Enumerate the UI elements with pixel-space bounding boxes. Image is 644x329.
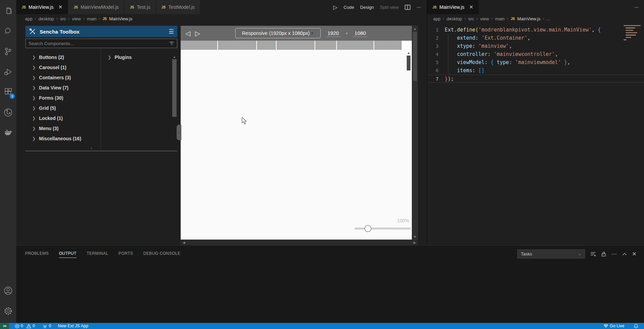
code-line[interactable]: 2 extend: 'Ext.Container', — [427, 34, 644, 42]
breadcrumb-item[interactable]: view — [72, 16, 81, 21]
design-horizontal-scrollbar[interactable]: ◀ ▶ — [181, 240, 418, 245]
design-view-button[interactable]: Design — [360, 5, 374, 10]
close-panel-icon[interactable]: ✕ — [632, 251, 637, 257]
more-actions-icon[interactable]: ⋯ — [634, 5, 639, 10]
zoom-slider-handle[interactable] — [364, 225, 371, 232]
breadcrumb-file[interactable]: MainView.js — [109, 16, 132, 21]
tab-testmodel[interactable]: JS TestModel.js — [156, 0, 200, 14]
grid-header-cell[interactable] — [257, 41, 276, 50]
code-line[interactable]: 3 xtype: 'mainview', — [427, 42, 644, 50]
tab-mainview-right[interactable]: JS MainView.js ✕ — [427, 0, 479, 14]
run-file-icon[interactable]: ▷ — [333, 4, 337, 11]
forward-icon[interactable]: ▷ — [195, 29, 200, 37]
grid-header-cell[interactable] — [277, 41, 315, 50]
breadcrumb-item[interactable]: main — [87, 16, 97, 21]
search-input[interactable] — [28, 41, 167, 46]
close-tab-icon[interactable]: ✕ — [58, 4, 63, 10]
scrollbar-thumb[interactable] — [413, 32, 417, 81]
extensions-icon[interactable]: 9 — [0, 84, 16, 100]
settings-gear-icon[interactable] — [0, 303, 16, 319]
run-debug-icon[interactable] — [0, 64, 16, 80]
breadcrumb-item[interactable]: app — [25, 16, 33, 21]
code-line[interactable]: 6 items: [] — [427, 66, 644, 75]
component-category[interactable]: ❯Buttons (2) — [25, 52, 101, 62]
maximize-panel-icon[interactable] — [622, 253, 627, 255]
tab-test[interactable]: JS Test.js — [124, 0, 156, 14]
breadcrumb-item[interactable]: view — [480, 16, 489, 21]
component-category[interactable]: ❯Forms (30) — [25, 93, 101, 103]
clear-output-icon[interactable] — [590, 252, 596, 256]
tab-mainview[interactable]: JS MainView.js ✕ — [16, 0, 68, 14]
back-icon[interactable]: ◁ — [185, 29, 190, 37]
ports-status[interactable]: 0 — [40, 323, 54, 329]
tab-output[interactable]: OUTPUT — [59, 251, 77, 258]
breadcrumb-item[interactable]: app — [433, 16, 441, 21]
design-canvas[interactable]: ▲ 100% — [181, 50, 412, 240]
breadcrumb-file[interactable]: MainView.js — [517, 16, 540, 21]
grid-header-cell[interactable] — [218, 41, 256, 50]
account-icon[interactable] — [0, 283, 16, 299]
component-category[interactable]: ❯Data View (7) — [25, 83, 101, 93]
scrollbar-thumb[interactable] — [407, 56, 410, 70]
problems-status[interactable]: 0 0 — [13, 323, 37, 329]
code-editor[interactable]: 1Ext.define('modrenblankpivot.view.main.… — [427, 23, 644, 245]
tab-terminal[interactable]: TERMINAL — [87, 251, 108, 258]
tab-problems[interactable]: PROBLEMS — [25, 251, 49, 258]
grid-header-cell[interactable] — [374, 41, 402, 50]
grid-header-cell[interactable] — [181, 41, 217, 50]
close-tab-icon[interactable]: ✕ — [469, 4, 474, 10]
zoom-slider[interactable] — [355, 228, 411, 229]
docker-icon[interactable] — [0, 124, 16, 140]
scroll-left-icon[interactable]: ◀ — [183, 241, 185, 244]
split-editor-icon[interactable] — [405, 5, 410, 10]
viewport-height-field[interactable]: 1080 — [353, 29, 368, 37]
more-actions-icon[interactable]: ⋯ — [611, 251, 617, 257]
go-live-button[interactable]: Go Live — [601, 323, 627, 329]
viewport-width-field[interactable]: 1920 — [325, 29, 341, 37]
app-name-status[interactable]: New Ext JS App — [56, 323, 91, 329]
scroll-up-icon[interactable]: ▲ — [172, 56, 177, 59]
plugins-category[interactable]: ❯ Plugins — [101, 52, 177, 62]
source-control-icon[interactable] — [0, 43, 16, 60]
lock-icon[interactable] — [601, 251, 606, 256]
component-category[interactable]: ❯Grid (5) — [25, 103, 101, 113]
scroll-down-icon[interactable]: ⌄ — [90, 145, 93, 150]
panel-collapse-handle[interactable]: ‹ — [177, 125, 181, 140]
design-vertical-scrollbar[interactable]: ▲ ▼ — [412, 26, 418, 240]
breadcrumb-more[interactable]: ... — [546, 16, 550, 21]
grid-header-cell[interactable] — [337, 41, 374, 50]
code-line[interactable]: 4 controller: 'mainviewcontroller', — [427, 50, 644, 58]
filter-icon[interactable] — [169, 41, 174, 45]
remote-indicator[interactable]: >< — [0, 323, 9, 329]
device-size-dropdown[interactable]: Responsive (1920px x 1080px) ▼ — [235, 28, 321, 38]
component-category[interactable]: ❯Locked (1) — [25, 113, 101, 123]
component-category[interactable]: ❯Carousel (1) — [25, 62, 101, 73]
scroll-down-icon[interactable]: ▼ — [412, 235, 418, 239]
breadcrumb-item[interactable]: desktop — [39, 16, 54, 21]
output-channel-dropdown[interactable]: Tasks ⌄ — [517, 249, 585, 259]
breadcrumb-item[interactable]: src — [60, 16, 66, 21]
canvas-scrollbar[interactable]: ▲ — [405, 50, 412, 240]
breadcrumb-item[interactable]: desktop — [447, 16, 462, 21]
code-view-button[interactable]: Code — [344, 5, 354, 10]
scrollbar-thumb[interactable] — [172, 59, 177, 117]
code-line[interactable]: 1Ext.define('modrenblankpivot.view.main.… — [427, 26, 644, 34]
minimap[interactable] — [624, 25, 641, 42]
search-icon[interactable] — [0, 23, 16, 39]
git-graph-icon[interactable] — [0, 104, 16, 121]
code-line[interactable]: 5 viewModel: { type: 'mainviewmodel' }, — [427, 58, 644, 66]
component-category[interactable]: ❯Miscellaneous (16) — [25, 133, 101, 144]
breadcrumb-item[interactable]: main — [495, 16, 505, 21]
more-actions-icon[interactable]: ⋯ — [417, 5, 421, 10]
tab-mainviewmodel[interactable]: JS MainViewModel.js — [68, 0, 124, 14]
component-list-scrollbar[interactable]: ▲ — [172, 56, 177, 140]
hamburger-menu-icon[interactable]: ☰ — [169, 28, 174, 35]
breadcrumb-item[interactable]: src — [468, 16, 474, 21]
tab-ports[interactable]: PORTS — [119, 251, 133, 258]
code-line[interactable]: 7}); — [427, 75, 644, 83]
scroll-up-icon[interactable]: ▲ — [405, 51, 412, 55]
component-category[interactable]: ❯Containers (3) — [25, 73, 101, 83]
component-category[interactable]: ❯Menu (3) — [25, 123, 101, 133]
split-view-button[interactable]: Split view — [380, 5, 399, 10]
scroll-up-icon[interactable]: ▲ — [412, 27, 418, 30]
